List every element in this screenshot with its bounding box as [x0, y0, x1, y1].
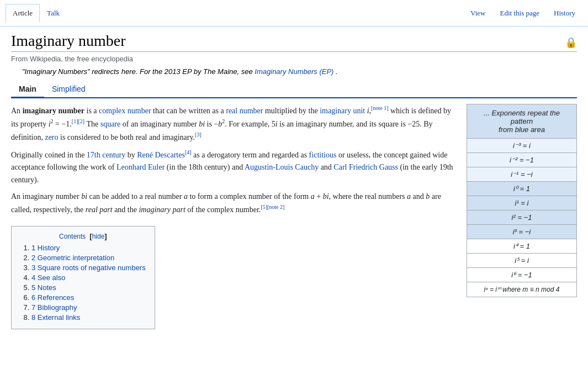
toc-item-8: 8 External links — [31, 313, 146, 322]
table-header: ... Exponents repeat the pattern from bl… — [467, 104, 577, 139]
table-row: i⁵ = i — [467, 254, 577, 268]
link-17th[interactable]: 17th century — [87, 151, 125, 159]
toc-item-1: 1 History — [31, 244, 146, 252]
table-footer-row: iⁿ = iᵐ where m ≡ n mod 4 — [467, 282, 577, 297]
toc-label-external: External links — [38, 313, 80, 322]
link-euler[interactable]: Leonhard Euler — [116, 163, 165, 171]
toc-num-5: 5 — [31, 283, 35, 292]
expr-0: i⁰ = 1 — [467, 182, 577, 196]
tab-main[interactable]: Main — [11, 81, 44, 98]
article-body: An imaginary number is a complex number … — [11, 104, 458, 335]
table-row: i⁶ = −1 — [467, 268, 577, 282]
toc-link-external[interactable]: 8 External links — [31, 313, 80, 322]
tab-article[interactable]: Article — [6, 4, 40, 23]
toc-link-notes[interactable]: 5 Notes — [31, 283, 56, 292]
toc-title-text: Contents — [59, 233, 86, 240]
toc-link-bibliography[interactable]: 7 Bibliography — [31, 303, 77, 312]
link-imaginary-unit[interactable]: imaginary unit — [320, 107, 365, 115]
hatnote-text: "Imaginary Numbers" redirects here. For … — [22, 67, 253, 76]
ref-note2[interactable]: [note 2] — [267, 204, 284, 210]
expr-general: iⁿ = iᵐ where m ≡ n mod 4 — [467, 282, 577, 297]
link-cauchy[interactable]: Augustin-Louis Cauchy — [245, 163, 319, 171]
toc-link-references[interactable]: 6 References — [31, 293, 74, 302]
toc-num-6: 6 — [31, 293, 35, 302]
toc-label-geometric: Geometric interpretation — [38, 254, 114, 262]
link-gauss[interactable]: Carl Friedrich Gauss — [333, 163, 398, 171]
paragraph-1: An imaginary number is a complex number … — [11, 104, 458, 144]
ref-4[interactable]: [4] — [185, 149, 192, 155]
toc-link-see-also[interactable]: 4 See also — [31, 273, 65, 282]
table-row: i⁰ = 1 — [467, 182, 577, 196]
toc-num-2: 2 — [31, 254, 35, 262]
main-layout: An imaginary number is a complex number … — [11, 104, 577, 335]
toc-link-history[interactable]: 1 History — [31, 244, 60, 252]
toc-label-references: References — [38, 293, 74, 302]
toc-title: Contents [hide] — [20, 232, 146, 240]
edit-page-action[interactable]: Edit this page — [493, 4, 547, 22]
toc-item-6: 6 References — [31, 293, 146, 302]
toc-link-geometric[interactable]: 2 Geometric interpretation — [31, 254, 114, 262]
ref-3[interactable]: [3] — [195, 131, 202, 138]
table-header-row: ... Exponents repeat the pattern from bl… — [467, 104, 577, 139]
hatnote: "Imaginary Numbers" redirects here. For … — [22, 67, 577, 76]
toc-item-4: 4 See also — [31, 273, 146, 282]
table-row: i⁴ = 1 — [467, 239, 577, 254]
toc-label-see-also: See also — [38, 273, 66, 282]
table-of-contents: Contents [hide] 1 History 2 Geometric in… — [11, 226, 155, 329]
toc-list: 1 History 2 Geometric interpretation 3 S… — [20, 244, 146, 322]
expr-6: i⁶ = −1 — [467, 268, 577, 282]
link-real-number[interactable]: real number — [226, 107, 263, 115]
toc-label-notes: Notes — [38, 283, 56, 292]
toc-num-4: 4 — [31, 273, 35, 282]
tab-simplified[interactable]: Simplified — [44, 81, 93, 97]
expr-neg1: i⁻¹ = −i — [467, 167, 577, 182]
link-square[interactable]: square — [100, 120, 121, 128]
hatnote-end: . — [336, 67, 338, 76]
ref-5[interactable]: [5] — [261, 204, 267, 210]
page-content: Imaginary number 🔒 From Wikipedia, the f… — [0, 27, 588, 340]
link-fictitious[interactable]: fictitious — [309, 151, 337, 159]
toc-item-3: 3 Square roots of negative numbers — [31, 264, 146, 272]
expr-3: i³ = −i — [467, 225, 577, 239]
expr-1: i¹ = i — [467, 196, 577, 210]
link-descartes[interactable]: René Descartes — [137, 151, 185, 159]
content-tabs: Main Simplified — [11, 81, 577, 98]
table-row: i⁻² = −1 — [467, 153, 577, 167]
lock-icon: 🔒 — [565, 36, 577, 49]
table-row: i² = −1 — [467, 210, 577, 225]
ref-note1[interactable]: [note 1] — [371, 105, 388, 111]
table-row: i⁻¹ = −i — [467, 167, 577, 182]
right-actions: View Edit this page History — [463, 4, 582, 22]
toc-label-bibliography: Bibliography — [38, 303, 77, 312]
ref-2[interactable]: [2] — [78, 118, 85, 124]
table-row: i³ = −i — [467, 225, 577, 239]
left-tabs: Article Talk — [6, 4, 463, 22]
toc-item-7: 7 Bibliography — [31, 303, 146, 312]
toc-item-2: 2 Geometric interpretation — [31, 254, 146, 262]
exponent-table: ... Exponents repeat the pattern from bl… — [467, 104, 577, 297]
view-action[interactable]: View — [463, 4, 492, 22]
link-complex-number[interactable]: complex number — [99, 107, 151, 115]
hatnote-link[interactable]: Imaginary Numbers (EP) — [255, 67, 333, 76]
title-area: Imaginary number 🔒 — [11, 32, 577, 52]
toc-hide-button[interactable]: hide — [92, 233, 105, 240]
expr-5: i⁵ = i — [467, 254, 577, 268]
link-zero[interactable]: zero — [45, 133, 58, 141]
toc-num-7: 7 — [31, 303, 35, 312]
toc-num-1: 1 — [31, 244, 35, 252]
paragraph-2: Originally coined in the 17th century by… — [11, 148, 458, 186]
ref-1[interactable]: [1] — [72, 118, 78, 124]
wiki-source: From Wikipedia, the free encyclopedia — [11, 55, 577, 63]
expr-4: i⁴ = 1 — [467, 239, 577, 254]
toc-label-square-roots: Square roots of negative numbers — [38, 264, 146, 272]
paragraph-3: An imaginary number bi can be added to a… — [11, 191, 458, 216]
toc-num-3: 3 — [31, 264, 35, 272]
history-action[interactable]: History — [547, 4, 582, 22]
toc-link-square-roots[interactable]: 3 Square roots of negative numbers — [31, 264, 146, 272]
toc-item-5: 5 Notes — [31, 283, 146, 292]
header-line2: from blue area — [499, 125, 545, 134]
header-line1: ... Exponents repeat the pattern — [484, 109, 560, 125]
table-row: i¹ = i — [467, 196, 577, 210]
expr-2: i² = −1 — [467, 210, 577, 225]
tab-talk[interactable]: Talk — [40, 4, 67, 22]
